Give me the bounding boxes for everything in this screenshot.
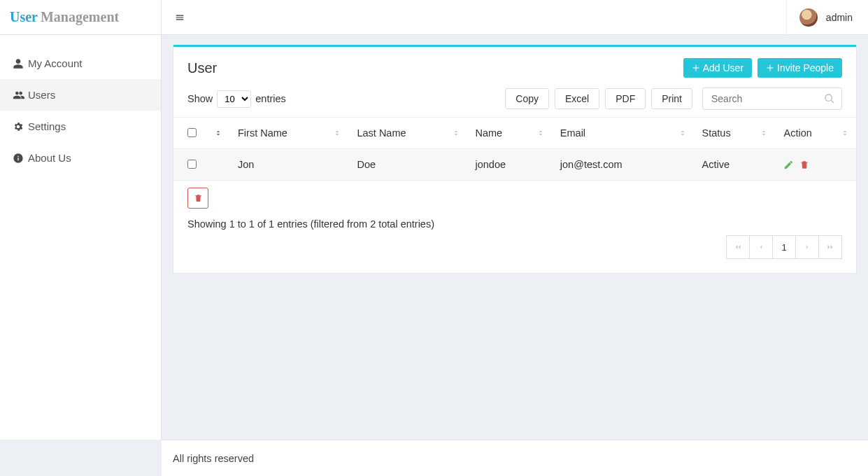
user-menu[interactable]: admin <box>786 0 855 34</box>
username-label: admin <box>826 12 853 23</box>
search-icon <box>824 93 835 104</box>
col-action[interactable]: Action <box>775 118 856 149</box>
page-length-select[interactable]: 10 <box>217 90 251 108</box>
sidebar-item-label: My Account <box>28 57 83 69</box>
user-icon <box>13 58 28 69</box>
table-info: Showing 1 to 1 of 1 entries (filtered fr… <box>173 209 856 230</box>
col-label: Email <box>560 127 585 139</box>
col-select[interactable] <box>173 118 229 149</box>
length-suffix: entries <box>255 93 286 104</box>
sort-icon <box>452 128 460 138</box>
col-email[interactable]: Email <box>552 118 694 149</box>
bulk-delete-button[interactable] <box>187 188 208 209</box>
export-print-button[interactable]: Print <box>651 88 692 109</box>
page-prev-button[interactable] <box>749 235 773 259</box>
sort-icon <box>333 128 341 138</box>
trash-icon <box>194 193 203 203</box>
users-panel: User Add User Invite People <box>173 45 857 274</box>
col-first-name[interactable]: First Name <box>229 118 348 149</box>
footer: All rights reserved <box>162 440 868 476</box>
table-row: Jon Doe jondoe jon@test.com Active <box>173 149 856 181</box>
cell-status: Active <box>694 149 776 181</box>
col-label: Status <box>702 127 731 139</box>
page-first-button[interactable] <box>726 235 750 259</box>
page-number-button[interactable]: 1 <box>772 235 796 259</box>
chevrons-left-icon <box>734 243 742 251</box>
cell-last-name: Doe <box>348 149 467 181</box>
chevron-right-icon <box>804 243 811 251</box>
cell-first-name: Jon <box>229 149 348 181</box>
edit-button[interactable] <box>783 160 794 170</box>
sidebar-item-my-account[interactable]: My Account <box>0 48 161 79</box>
sort-icon <box>678 128 687 138</box>
page-title: User <box>187 60 217 76</box>
export-pdf-button[interactable]: PDF <box>605 88 646 109</box>
brand[interactable]: User Management <box>0 0 161 35</box>
sort-icon <box>214 128 222 138</box>
col-status[interactable]: Status <box>694 118 776 149</box>
footer-text: All rights reserved <box>173 453 254 464</box>
page-length-control: Show 10 entries <box>187 90 286 108</box>
sort-icon <box>760 128 768 138</box>
page-next-button[interactable] <box>795 235 819 259</box>
export-copy-button[interactable]: Copy <box>505 88 549 109</box>
delete-button[interactable] <box>799 160 809 170</box>
sidebar-item-label: About Us <box>28 152 71 164</box>
toggle-sidebar-button[interactable] <box>174 13 185 22</box>
col-last-name[interactable]: Last Name <box>348 118 467 149</box>
sidebar-item-label: Users <box>28 89 55 101</box>
length-prefix: Show <box>187 93 213 104</box>
invite-people-label: Invite People <box>777 62 834 74</box>
col-name[interactable]: Name <box>467 118 552 149</box>
topbar: admin <box>162 0 868 35</box>
paginator: 1 <box>173 230 856 273</box>
sort-icon <box>841 128 849 138</box>
sidebar: User Management My Account Users Se <box>0 0 162 440</box>
invite-people-button[interactable]: Invite People <box>757 58 842 78</box>
cell-name: jondoe <box>467 149 552 181</box>
search-input[interactable] <box>702 88 842 110</box>
sidebar-nav: My Account Users Settings About Us <box>0 35 161 174</box>
avatar <box>799 8 818 27</box>
trash-icon <box>799 160 809 170</box>
col-label: Action <box>783 127 811 139</box>
col-label: First Name <box>238 127 287 139</box>
add-user-button[interactable]: Add User <box>683 58 752 78</box>
brand-part1: User <box>10 9 38 25</box>
brand-part2: Management <box>41 9 119 25</box>
page-last-button[interactable] <box>818 235 842 259</box>
add-user-label: Add User <box>703 62 744 74</box>
select-all-checkbox[interactable] <box>187 128 197 137</box>
row-select-checkbox[interactable] <box>187 160 197 169</box>
gear-icon <box>13 121 28 132</box>
info-icon <box>13 153 28 164</box>
plus-icon <box>766 64 774 72</box>
export-excel-button[interactable]: Excel <box>555 88 599 109</box>
plus-icon <box>692 64 700 72</box>
sidebar-item-settings[interactable]: Settings <box>0 111 161 142</box>
chevrons-right-icon <box>826 243 834 251</box>
menu-icon <box>174 13 185 22</box>
sidebar-item-about-us[interactable]: About Us <box>0 142 161 174</box>
sort-icon <box>536 128 545 138</box>
col-label: Last Name <box>357 127 406 139</box>
sidebar-item-users[interactable]: Users <box>0 79 161 111</box>
pencil-icon <box>783 160 794 170</box>
cell-email: jon@test.com <box>552 149 694 181</box>
col-label: Name <box>476 127 503 139</box>
users-icon <box>13 90 28 101</box>
users-table: First Name Last Name Name <box>173 117 856 181</box>
chevron-left-icon <box>757 243 764 251</box>
sidebar-item-label: Settings <box>28 120 66 132</box>
